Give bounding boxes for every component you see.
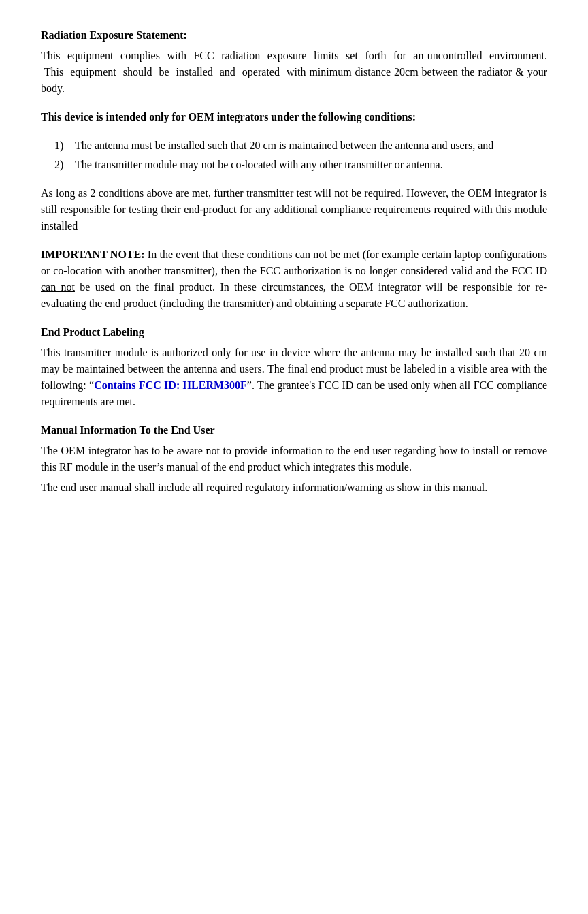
- list-section: 1) The antenna must be installed such th…: [41, 138, 547, 173]
- epl-section: End Product Labeling This transmitter mo…: [41, 324, 547, 410]
- cannot-underline: can not: [41, 281, 75, 293]
- list-num-2: 2): [41, 157, 75, 173]
- important-note-section: IMPORTANT NOTE: In the event that these …: [41, 247, 547, 312]
- list-content-2: The transmitter module may not be co-loc…: [75, 157, 547, 173]
- oem-title: This device is intended only for OEM int…: [41, 109, 547, 125]
- oem-section: This device is intended only for OEM int…: [41, 109, 547, 125]
- radiation-body: This equipment complies with FCC radiati…: [41, 48, 547, 97]
- epl-title: End Product Labeling: [41, 324, 547, 341]
- manual-body1: The OEM integrator has to be aware not t…: [41, 443, 547, 475]
- list-num-1: 1): [41, 138, 75, 154]
- conditions-section: As long as 2 conditions above are met, f…: [41, 185, 547, 234]
- transmitter-underline: transmitter: [246, 187, 293, 199]
- manual-title: Manual Information To the End User: [41, 422, 547, 439]
- fcc-id-colored: Contains FCC ID: HLERM300F: [94, 379, 247, 391]
- list-content-1: The antenna must be installed such that …: [75, 138, 547, 154]
- list-item-1: 1) The antenna must be installed such th…: [41, 138, 547, 154]
- important-label: IMPORTANT NOTE:: [41, 249, 145, 260]
- cannot-be-met-underline: can not be met: [295, 249, 360, 260]
- radiation-title: Radiation Exposure Statement:: [41, 27, 547, 44]
- manual-section: Manual Information To the End User The O…: [41, 422, 547, 496]
- important-note-para: IMPORTANT NOTE: In the event that these …: [41, 247, 547, 312]
- list-item-2: 2) The transmitter module may not be co-…: [41, 157, 547, 173]
- conditions-para: As long as 2 conditions above are met, f…: [41, 185, 547, 234]
- radiation-section: Radiation Exposure Statement: This equip…: [41, 27, 547, 97]
- manual-body2: The end user manual shall include all re…: [41, 479, 547, 496]
- epl-body: This transmitter module is authorized on…: [41, 345, 547, 410]
